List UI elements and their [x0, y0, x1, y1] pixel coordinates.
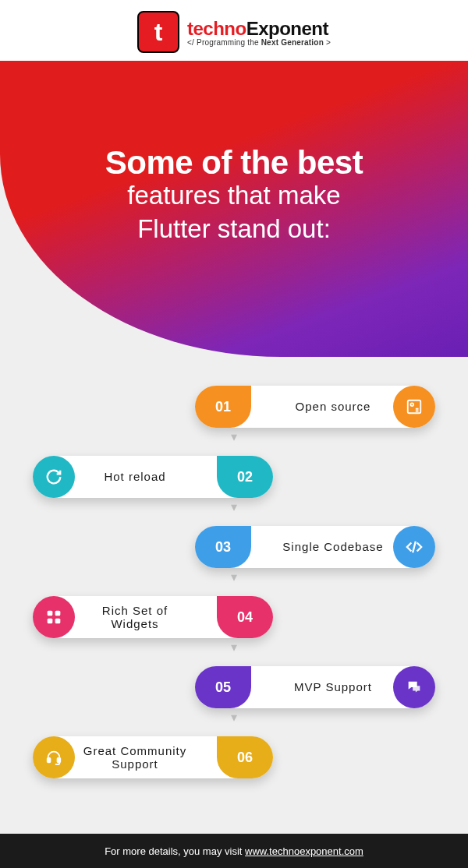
- feature-item-01: 01 Open source: [195, 386, 435, 428]
- footer: For more details, you may visit www.tech…: [0, 834, 468, 868]
- widgets-icon: [33, 596, 75, 638]
- feature-label: Open source: [268, 400, 398, 413]
- footer-link[interactable]: www.technoexponent.com: [245, 845, 363, 857]
- feature-number: 06: [217, 736, 273, 778]
- feature-label: Single Codebase: [268, 540, 398, 553]
- hero: Some of the best features that make Flut…: [0, 61, 468, 357]
- logo-tagline-strong: Next Generation: [261, 38, 324, 47]
- logo-tagline-prefix: </ Programming the: [187, 38, 261, 47]
- feature-item-03: 03 Single Codebase: [195, 526, 435, 568]
- svg-rect-4: [48, 619, 53, 624]
- feature-label: Rich Set ofWidgets: [70, 604, 200, 631]
- feature-item-04: Rich Set ofWidgets 04: [33, 596, 273, 638]
- svg-rect-0: [408, 400, 421, 414]
- hero-title-line1: Some of the best: [0, 146, 468, 179]
- logo-badge: t: [137, 11, 179, 53]
- logo-brand-part1: techno: [187, 18, 246, 39]
- svg-rect-2: [48, 611, 53, 616]
- logo-header: t technoExponent </ Programming the Next…: [0, 0, 468, 61]
- chat-icon: [393, 666, 435, 708]
- connector-arrow: ▾: [231, 641, 237, 654]
- feature-label: Great CommunitySupport: [70, 744, 200, 771]
- svg-point-1: [410, 403, 413, 406]
- logo-tagline-suffix: >: [324, 38, 331, 47]
- svg-rect-7: [58, 758, 61, 763]
- feature-item-05: 05 MVP Support: [195, 666, 435, 708]
- connector-arrow: ▾: [231, 431, 237, 443]
- logo-brand-part2: Exponent: [246, 18, 328, 39]
- feature-item-02: Hot reload 02: [33, 456, 273, 498]
- feature-number: 03: [195, 526, 251, 568]
- feature-label: Hot reload: [70, 470, 200, 483]
- hero-title-line2: features that make: [0, 179, 468, 213]
- svg-rect-5: [55, 619, 61, 624]
- feature-number: 04: [217, 596, 273, 638]
- logo-text: technoExponent </ Programming the Next G…: [187, 18, 331, 47]
- footer-text: For more details, you may visit: [105, 845, 242, 857]
- logo-tagline: </ Programming the Next Generation >: [187, 38, 331, 47]
- logo-brand: technoExponent: [187, 18, 331, 40]
- headset-icon: [33, 736, 75, 778]
- connector-arrow: ▾: [231, 501, 237, 513]
- hero-title-line3: Flutter stand out:: [0, 213, 468, 246]
- connector-arrow: ▾: [231, 711, 237, 724]
- feature-label: MVP Support: [268, 680, 398, 693]
- svg-rect-6: [48, 758, 51, 763]
- svg-rect-3: [55, 611, 61, 616]
- reload-icon: [33, 456, 75, 498]
- feature-number: 05: [195, 666, 251, 708]
- feature-number: 01: [195, 386, 251, 428]
- code-icon: [393, 526, 435, 568]
- feature-item-06: Great CommunitySupport 06: [33, 736, 273, 778]
- hero-title: Some of the best features that make Flut…: [0, 61, 468, 246]
- open-source-icon: [393, 386, 435, 428]
- feature-number: 02: [217, 456, 273, 498]
- connector-arrow: ▾: [231, 571, 237, 584]
- logo: t technoExponent </ Programming the Next…: [137, 11, 331, 53]
